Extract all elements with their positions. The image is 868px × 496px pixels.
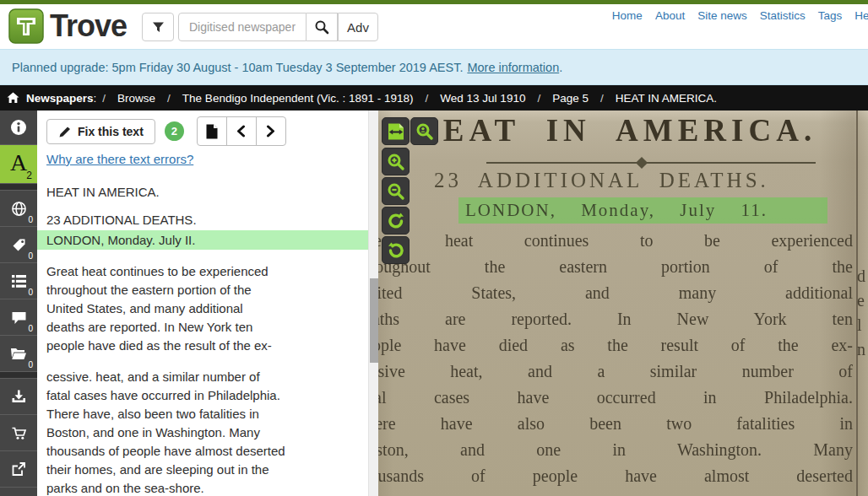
- article-text-panel: Fix this text 2: [37, 111, 368, 496]
- breadcrumb-separator: /: [600, 92, 604, 105]
- filter-button[interactable]: [142, 13, 174, 41]
- sidebar-item-folders[interactable]: 0: [0, 336, 37, 372]
- rotate-counterclockwise-button[interactable]: [382, 236, 410, 264]
- sidebar-item-tags[interactable]: 0: [0, 227, 37, 263]
- sidebar-item-text-corrections[interactable]: A 2: [0, 145, 37, 184]
- nav-about[interactable]: About: [655, 9, 685, 22]
- previous-article-button[interactable]: [226, 116, 257, 146]
- search-button[interactable]: [307, 13, 338, 41]
- nav-statistics[interactable]: Statistics: [760, 9, 806, 22]
- sidebar-divider: [0, 184, 37, 191]
- scan-dateline-text: LONDON, Monday, July 11.: [458, 200, 768, 221]
- rotate-clockwise-icon: [387, 212, 405, 230]
- zoom-out-button[interactable]: [382, 177, 410, 205]
- fit-width-button[interactable]: [382, 117, 410, 145]
- sidebar-divider: [0, 372, 37, 379]
- search-area: Adv: [142, 13, 378, 41]
- sidebar-item-lists[interactable]: 0: [0, 263, 37, 299]
- trove-logo-icon: [8, 8, 44, 44]
- breadcrumb-separator: /: [537, 92, 540, 105]
- headline-divider: [486, 159, 816, 167]
- chevron-right-icon: [265, 125, 276, 137]
- globe-count: 0: [28, 215, 33, 224]
- sidebar-item-download[interactable]: [0, 379, 37, 415]
- sidebar-filler: [0, 488, 37, 496]
- article-subtitle: 23 ADDITIONAL DEATHS.: [46, 213, 368, 227]
- zoom-selection-button[interactable]: [410, 117, 438, 145]
- comment-icon: [11, 310, 27, 325]
- corrections-count-badge: 2: [165, 121, 184, 141]
- page-nav-group: [197, 116, 286, 146]
- rotate-counterclockwise-icon: [387, 241, 405, 260]
- article-paragraph-2: cessive. heat, and a similar number of f…: [46, 368, 368, 496]
- top-nav: Home About Site news Statistics Tags Hel…: [612, 9, 868, 22]
- breadcrumb-newspapers-link[interactable]: Newspapers: [26, 92, 94, 105]
- folders-count: 0: [28, 360, 33, 369]
- search-icon: [314, 19, 329, 35]
- tags-count: 0: [28, 251, 33, 261]
- breadcrumb: Newspapers: / Browse / The Bendigo Indep…: [0, 85, 868, 111]
- trove-logo[interactable]: Trove: [8, 8, 127, 44]
- fix-this-text-button[interactable]: Fix this text: [46, 119, 155, 144]
- breadcrumb-masthead-link[interactable]: The Bendigo Independent (Vic. : 1891 - 1…: [182, 92, 414, 105]
- tag-icon: [11, 237, 27, 253]
- scan-headline: HEAT IN AMERICA.: [414, 112, 865, 148]
- advanced-search-button[interactable]: Adv: [338, 13, 378, 41]
- page-icon: [205, 124, 218, 139]
- upgrade-notice-text: Planned upgrade: 5pm Friday 30 August - …: [12, 61, 463, 74]
- info-icon: [10, 119, 27, 136]
- scan-next-column-edge: d e l n: [857, 264, 868, 362]
- text-correction-letter: A: [10, 151, 27, 175]
- download-icon: [11, 389, 26, 404]
- scrollbar-thumb[interactable]: [370, 278, 378, 363]
- nav-site-news[interactable]: Site news: [697, 9, 747, 22]
- breadcrumb-browse-link[interactable]: Browse: [117, 92, 155, 105]
- rotate-clockwise-button[interactable]: [382, 207, 410, 235]
- article-title: HEAT IN AMERICA.: [46, 185, 368, 199]
- text-errors-help-link[interactable]: Why are there text errors?: [46, 152, 193, 166]
- comments-count: 0: [28, 324, 33, 333]
- nav-home[interactable]: Home: [612, 9, 643, 22]
- sidebar-item-info[interactable]: [0, 111, 37, 145]
- share-icon: [11, 461, 26, 477]
- breadcrumb-page-link[interactable]: Page 5: [552, 92, 589, 105]
- sidebar-item-share[interactable]: [0, 451, 37, 488]
- fix-this-text-label: Fix this text: [78, 125, 144, 138]
- sidebar-item-comments[interactable]: 0: [0, 299, 37, 336]
- sidebar-item-translate[interactable]: 0: [0, 191, 37, 227]
- search-input[interactable]: [178, 13, 307, 41]
- trove-wordmark: Trove: [50, 8, 127, 44]
- breadcrumb-colon: :: [94, 92, 97, 105]
- breadcrumb-article-title: HEAT IN AMERICA.: [616, 92, 717, 105]
- fit-width-icon: [387, 122, 405, 141]
- home-icon[interactable]: [7, 92, 19, 104]
- page-view-button[interactable]: [197, 116, 227, 146]
- scan-subhead: 23 ADDITIONAL DEATHS.: [434, 169, 769, 192]
- zoom-in-button[interactable]: [382, 148, 410, 175]
- next-article-button[interactable]: [256, 116, 286, 146]
- sidebar-item-cart[interactable]: [0, 415, 37, 451]
- pencil-icon: [58, 125, 72, 138]
- text-panel-scrollbar[interactable]: [368, 111, 378, 496]
- zoom-in-icon: [387, 153, 405, 171]
- zoom-out-icon: [387, 182, 405, 201]
- cart-icon: [11, 425, 27, 440]
- nav-tags[interactable]: Tags: [818, 9, 843, 22]
- more-information-link[interactable]: More information: [467, 61, 559, 74]
- article-toolbar: Fix this text 2: [46, 116, 368, 146]
- breadcrumb-separator: /: [167, 92, 171, 105]
- globe-icon: [11, 201, 27, 217]
- article-paragraph-1: Great heat continues to be experienced t…: [46, 262, 368, 355]
- lists-count: 0: [28, 288, 33, 297]
- article-dateline-highlighted: LONDON, Monday. July II.: [37, 230, 368, 250]
- newspaper-image-panel[interactable]: HEAT IN AMERICA. 23 ADDITIONAL DEATHS. L…: [378, 111, 868, 496]
- breadcrumb-date-link[interactable]: Wed 13 Jul 1910: [440, 92, 525, 105]
- nav-help[interactable]: Help: [854, 9, 868, 22]
- scan-dateline-highlight: LONDON, Monday, July 11.: [458, 197, 827, 224]
- page: Trove Adv Home About: [0, 0, 868, 496]
- magnifier-area-icon: [415, 122, 434, 141]
- upgrade-notice: Planned upgrade: 5pm Friday 30 August - …: [0, 49, 868, 85]
- search-group: Adv: [178, 13, 378, 41]
- site-header: Trove Adv Home About: [0, 4, 868, 49]
- sidebar: A 2 0 0: [0, 111, 37, 496]
